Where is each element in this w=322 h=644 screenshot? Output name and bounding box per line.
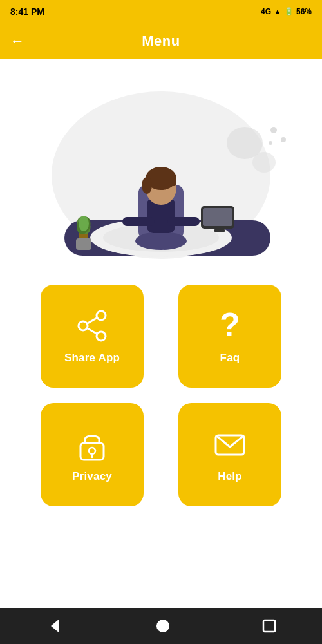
menu-grid: Share App ? Faq — [0, 278, 322, 513]
main-content: Share App ? Faq — [0, 59, 322, 608]
status-time: 8:41 PM — [10, 6, 44, 17]
svg-line-29 — [88, 318, 97, 323]
svg-point-7 — [135, 232, 187, 250]
help-label: Help — [218, 470, 242, 483]
question-icon: ? — [212, 308, 248, 344]
signal-icon: ▲ — [274, 7, 281, 16]
svg-point-24 — [281, 137, 286, 142]
svg-rect-19 — [76, 238, 91, 250]
svg-point-2 — [252, 152, 276, 173]
svg-rect-16 — [203, 208, 232, 226]
privacy-button[interactable]: Privacy — [41, 403, 144, 506]
battery-icon: 🔋 — [284, 7, 294, 16]
svg-rect-9 — [122, 217, 155, 226]
office-illustration — [32, 66, 290, 272]
svg-rect-17 — [214, 229, 225, 232]
svg-point-26 — [97, 311, 106, 320]
faq-button[interactable]: ? Faq — [178, 285, 281, 388]
svg-point-37 — [156, 620, 169, 632]
home-nav-button[interactable] — [155, 618, 171, 634]
svg-marker-36 — [51, 620, 59, 632]
header-title: Menu — [142, 33, 180, 50]
header: ← Menu — [0, 23, 322, 59]
svg-point-27 — [79, 321, 88, 330]
share-icon — [74, 308, 110, 344]
privacy-label: Privacy — [72, 470, 112, 483]
svg-text:?: ? — [220, 308, 240, 343]
back-button[interactable]: ← — [10, 33, 24, 50]
bottom-nav — [0, 608, 322, 644]
svg-line-30 — [88, 328, 97, 334]
recent-nav-button[interactable] — [262, 619, 276, 633]
svg-point-28 — [97, 332, 106, 341]
faq-label: Faq — [220, 352, 240, 365]
svg-point-33 — [89, 448, 95, 454]
svg-point-14 — [142, 177, 152, 194]
svg-point-23 — [270, 127, 277, 133]
svg-point-25 — [269, 141, 272, 145]
status-bar: 8:41 PM 4G ▲ 🔋 56% — [0, 0, 322, 23]
status-icons: 4G ▲ 🔋 56% — [261, 7, 312, 16]
envelope-icon — [212, 426, 248, 462]
svg-rect-38 — [263, 620, 275, 632]
svg-point-22 — [79, 216, 89, 231]
illustration-container — [0, 59, 322, 278]
help-button[interactable]: Help — [178, 403, 281, 506]
share-app-label: Share App — [64, 352, 120, 365]
share-app-button[interactable]: Share App — [41, 285, 144, 388]
battery-level: 56% — [296, 7, 312, 16]
svg-rect-10 — [167, 217, 200, 226]
back-nav-button[interactable] — [46, 617, 64, 635]
lock-icon — [74, 426, 110, 462]
network-icon: 4G — [261, 7, 271, 16]
